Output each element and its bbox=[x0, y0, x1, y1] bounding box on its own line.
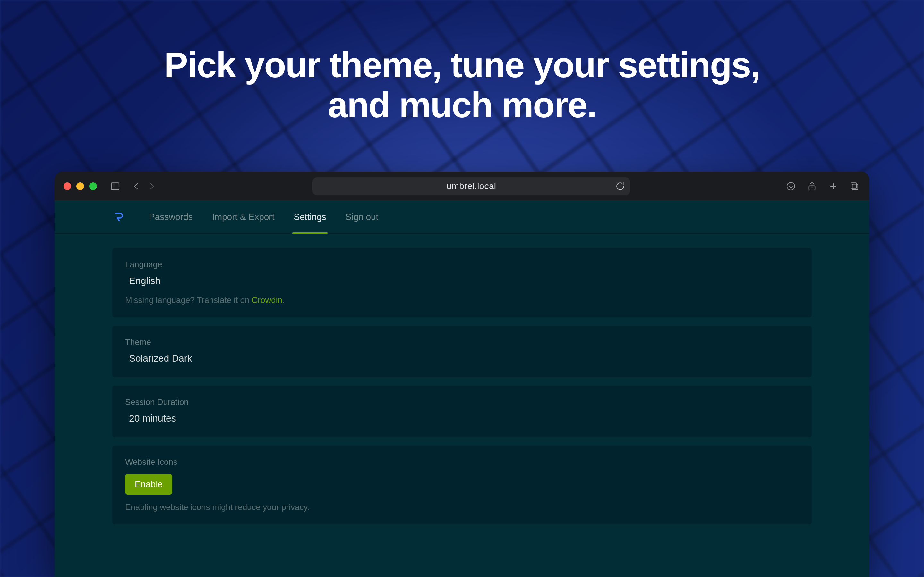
settings-content: Language English Missing language? Trans… bbox=[55, 234, 869, 524]
svg-rect-0 bbox=[111, 183, 119, 189]
theme-card: Theme Solarized Dark bbox=[112, 326, 812, 377]
language-value: English bbox=[129, 276, 160, 286]
browser-toolbar: umbrel.local bbox=[55, 172, 869, 201]
language-select[interactable]: English bbox=[125, 274, 221, 287]
nav-item-label: Passwords bbox=[149, 212, 193, 222]
crowdin-link[interactable]: Crowdin bbox=[252, 295, 282, 305]
nav-item-label: Settings bbox=[294, 212, 326, 222]
session-label: Session Duration bbox=[125, 397, 799, 407]
close-window-button[interactable] bbox=[63, 182, 71, 190]
app-navbar: Passwords Import & Export Settings Sign … bbox=[55, 201, 869, 234]
nav-item-sign-out[interactable]: Sign out bbox=[346, 201, 379, 234]
window-controls bbox=[63, 182, 97, 190]
back-button[interactable] bbox=[130, 180, 142, 192]
session-card: Session Duration 20 minutes bbox=[112, 386, 812, 437]
nav-item-passwords[interactable]: Passwords bbox=[149, 201, 193, 234]
nav-item-settings[interactable]: Settings bbox=[294, 201, 326, 234]
website-icons-label: Website Icons bbox=[125, 457, 799, 467]
language-help-text: Missing language? Translate it on bbox=[125, 295, 252, 305]
minimize-window-button[interactable] bbox=[76, 182, 84, 190]
language-card: Language English Missing language? Trans… bbox=[112, 248, 812, 318]
browser-window: umbrel.local bbox=[55, 172, 869, 577]
new-tab-icon[interactable] bbox=[827, 180, 839, 192]
theme-select[interactable]: Solarized Dark bbox=[125, 351, 221, 365]
language-label: Language bbox=[125, 259, 799, 269]
downloads-icon[interactable] bbox=[785, 180, 797, 192]
theme-label: Theme bbox=[125, 337, 799, 347]
enable-icons-button[interactable]: Enable bbox=[125, 474, 172, 495]
nav-arrows bbox=[130, 180, 158, 192]
address-bar[interactable]: umbrel.local bbox=[312, 177, 630, 195]
app-viewport: Passwords Import & Export Settings Sign … bbox=[55, 201, 869, 577]
language-help: Missing language? Translate it on Crowdi… bbox=[125, 295, 799, 305]
sidebar-toggle-icon[interactable] bbox=[109, 180, 121, 192]
website-icons-card: Website Icons Enable Enabling website ic… bbox=[112, 446, 812, 524]
nav-item-label: Sign out bbox=[346, 212, 379, 222]
share-icon[interactable] bbox=[806, 180, 818, 192]
website-icons-help: Enabling website icons might reduce your… bbox=[125, 502, 799, 512]
session-select[interactable]: 20 minutes bbox=[125, 412, 221, 425]
enable-icons-button-label: Enable bbox=[135, 479, 163, 489]
theme-value: Solarized Dark bbox=[129, 353, 192, 364]
nav-item-label: Import & Export bbox=[212, 212, 275, 222]
headline: Pick your theme, tune your settings, and… bbox=[0, 45, 924, 125]
svg-rect-7 bbox=[852, 184, 858, 189]
nav-item-import-export[interactable]: Import & Export bbox=[212, 201, 275, 234]
reload-icon[interactable] bbox=[614, 180, 626, 192]
toolbar-right bbox=[785, 180, 861, 192]
app-logo-icon[interactable] bbox=[112, 211, 125, 223]
address-bar-url: umbrel.local bbox=[447, 181, 496, 191]
svg-rect-8 bbox=[851, 183, 856, 188]
tab-overview-icon[interactable] bbox=[848, 180, 861, 192]
headline-line2: and much more. bbox=[0, 85, 924, 125]
headline-line1: Pick your theme, tune your settings, bbox=[164, 45, 760, 85]
maximize-window-button[interactable] bbox=[89, 182, 97, 190]
language-help-after: . bbox=[282, 295, 284, 305]
forward-button[interactable] bbox=[145, 180, 158, 192]
session-value: 20 minutes bbox=[129, 413, 176, 424]
